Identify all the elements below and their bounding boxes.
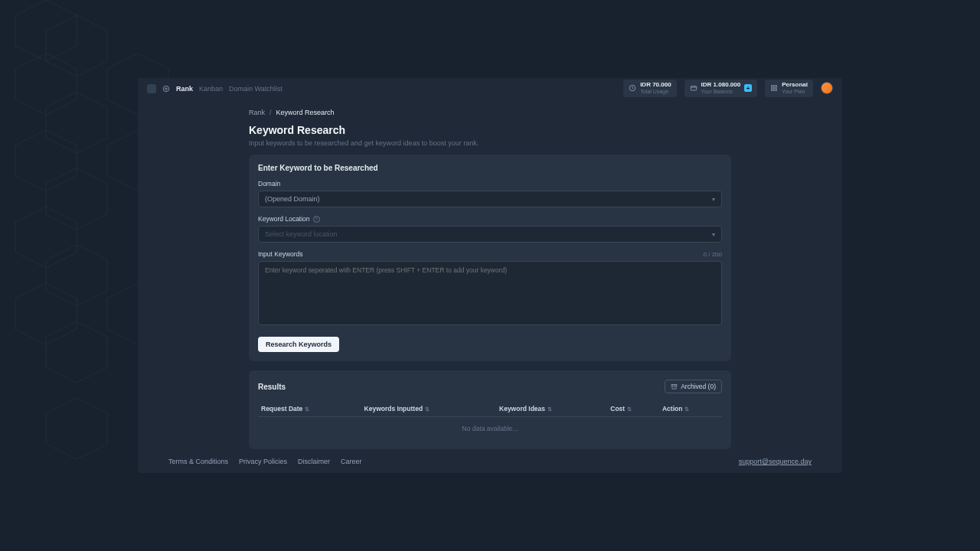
results-table: Request Date⇅ Keywords Inputted⇅ Keyword… <box>258 401 722 440</box>
balance-pill[interactable]: IDR 1.080.000 Your Balance + <box>684 80 758 96</box>
sort-icon: ⇅ <box>305 406 309 412</box>
usage-pill[interactable]: IDR 70.000 Total Usage <box>623 80 676 96</box>
svg-rect-8 <box>671 384 677 386</box>
svg-point-0 <box>165 87 168 90</box>
breadcrumb: Rank / Keyword Research <box>249 109 731 116</box>
svg-point-1 <box>163 86 169 92</box>
svg-rect-3 <box>691 86 697 90</box>
rank-icon <box>162 85 170 93</box>
col-cost[interactable]: Cost⇅ <box>607 401 659 417</box>
sort-icon: ⇅ <box>684 406 689 412</box>
footer: Terms & Conditions Privacy Policies Disc… <box>168 458 812 465</box>
domain-label: Domain <box>258 180 722 187</box>
app-logo-icon[interactable] <box>147 84 156 93</box>
footer-terms[interactable]: Terms & Conditions <box>168 458 228 465</box>
domain-select[interactable]: (Opened Domain) ▾ <box>258 191 722 207</box>
sort-icon: ⇅ <box>425 406 430 412</box>
keywords-input[interactable] <box>258 261 722 325</box>
archived-button[interactable]: Archived (0) <box>665 380 722 393</box>
research-form-card: Enter Keyword to be Researched Domain (O… <box>249 155 731 361</box>
col-keyword-ideas[interactable]: Keyword Ideas⇅ <box>496 401 607 417</box>
nav-kanban[interactable]: Kanban <box>199 85 223 93</box>
help-icon[interactable]: ? <box>313 216 320 223</box>
col-action[interactable]: Action⇅ <box>659 401 722 417</box>
svg-rect-6 <box>772 89 774 91</box>
topbar: Rank Kanban Domain Watchlist IDR 70.000 … <box>138 78 842 99</box>
breadcrumb-root[interactable]: Rank <box>249 109 265 116</box>
svg-rect-4 <box>772 86 774 88</box>
results-card: Results Archived (0) Request Date⇅ Keywo… <box>249 370 731 449</box>
grid-icon <box>770 84 778 92</box>
footer-career[interactable]: Career <box>341 458 362 465</box>
nav-rank[interactable]: Rank <box>176 85 193 93</box>
domain-field: Domain (Opened Domain) ▾ <box>258 180 722 207</box>
svg-rect-5 <box>775 86 777 88</box>
plan-label: Your Plan <box>782 89 808 95</box>
plan-pill[interactable]: Personal Your Plan <box>765 80 813 96</box>
results-title: Results <box>258 383 286 391</box>
nav-domain-watchlist[interactable]: Domain Watchlist <box>229 85 283 93</box>
location-label: Keyword Location <box>258 215 310 223</box>
topup-icon[interactable]: + <box>744 84 752 92</box>
clock-icon <box>629 84 636 92</box>
footer-privacy[interactable]: Privacy Policies <box>239 458 287 465</box>
page-desc: Input keywords to be researched and get … <box>249 139 731 147</box>
empty-state: No data available... <box>258 417 722 441</box>
chevron-down-icon: ▾ <box>712 196 715 203</box>
breadcrumb-sep: / <box>270 109 272 116</box>
wallet-icon <box>690 84 697 92</box>
research-button[interactable]: Research Keywords <box>258 337 339 352</box>
domain-value: (Opened Domain) <box>265 195 320 203</box>
app-shell: Rank Kanban Domain Watchlist IDR 70.000 … <box>138 78 842 473</box>
balance-value: IDR 1.080.000 <box>701 82 741 89</box>
svg-rect-7 <box>775 89 777 91</box>
keywords-counter: 0 / 200 <box>704 251 722 258</box>
footer-disclaimer[interactable]: Disclaimer <box>298 458 330 465</box>
col-request-date[interactable]: Request Date⇅ <box>258 401 361 417</box>
location-select[interactable]: Select keyword location ▾ <box>258 226 722 243</box>
chevron-down-icon: ▾ <box>712 231 715 238</box>
location-field: Keyword Location ? Select keyword locati… <box>258 215 722 243</box>
footer-email[interactable]: support@sequence.day <box>739 458 812 465</box>
usage-value: IDR 70.000 <box>640 82 671 89</box>
avatar[interactable] <box>821 82 833 94</box>
sort-icon: ⇅ <box>547 406 552 412</box>
balance-label: Your Balance <box>701 89 741 95</box>
location-placeholder: Select keyword location <box>265 230 338 238</box>
keywords-field: Input Keywords 0 / 200 <box>258 250 722 328</box>
usage-label: Total Usage <box>640 89 671 95</box>
archived-label: Archived (0) <box>681 383 716 390</box>
plan-value: Personal <box>782 82 808 89</box>
breadcrumb-current: Keyword Research <box>276 109 335 116</box>
archive-icon <box>671 383 678 390</box>
col-keywords-inputted[interactable]: Keywords Inputted⇅ <box>361 401 496 417</box>
keywords-label: Input Keywords <box>258 250 303 258</box>
page-title: Keyword Research <box>249 124 731 136</box>
form-card-title: Enter Keyword to be Researched <box>258 164 722 172</box>
content-area: Rank / Keyword Research Keyword Research… <box>138 99 842 449</box>
sort-icon: ⇅ <box>627 406 632 412</box>
